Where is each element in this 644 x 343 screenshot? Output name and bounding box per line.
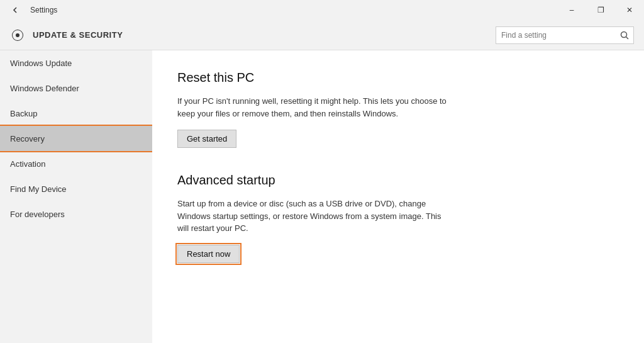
sidebar-item-activation[interactable]: Activation bbox=[0, 151, 152, 176]
restart-now-button[interactable]: Restart now bbox=[177, 245, 240, 263]
sidebar-item-for-developers[interactable]: For developers bbox=[0, 201, 152, 227]
title-bar: Settings – ❐ ✕ bbox=[0, 0, 644, 20]
settings-icon bbox=[10, 28, 25, 43]
page-title: UPDATE & SECURITY bbox=[33, 30, 123, 40]
svg-point-0 bbox=[621, 31, 627, 37]
sidebar-item-windows-defender[interactable]: Windows Defender bbox=[0, 76, 152, 101]
sidebar: Windows UpdateWindows DefenderBackupReco… bbox=[0, 50, 152, 343]
sidebar-item-backup[interactable]: Backup bbox=[0, 101, 152, 126]
close-button[interactable]: ✕ bbox=[615, 0, 644, 20]
search-icon bbox=[616, 26, 633, 44]
restore-button[interactable]: ❐ bbox=[586, 0, 615, 20]
reset-description: If your PC isn't running well, resetting… bbox=[177, 95, 454, 120]
header-bar: UPDATE & SECURITY bbox=[0, 20, 644, 50]
advanced-title: Advanced startup bbox=[177, 173, 619, 188]
reset-section: Reset this PC If your PC isn't running w… bbox=[177, 70, 619, 148]
sidebar-item-find-my-device[interactable]: Find My Device bbox=[0, 176, 152, 201]
content-area: Reset this PC If your PC isn't running w… bbox=[152, 50, 644, 343]
minimize-button[interactable]: – bbox=[557, 0, 586, 20]
main-layout: Windows UpdateWindows DefenderBackupReco… bbox=[0, 50, 644, 343]
reset-title: Reset this PC bbox=[177, 70, 619, 85]
svg-line-1 bbox=[626, 37, 629, 39]
search-input[interactable] bbox=[496, 31, 616, 40]
advanced-description: Start up from a device or disc (such as … bbox=[177, 198, 454, 235]
advanced-section: Advanced startup Start up from a device … bbox=[177, 173, 619, 263]
back-button[interactable] bbox=[5, 0, 25, 20]
window-controls: – ❐ ✕ bbox=[557, 0, 644, 20]
get-started-button[interactable]: Get started bbox=[177, 130, 236, 148]
sidebar-item-windows-update[interactable]: Windows Update bbox=[0, 50, 152, 76]
search-box[interactable] bbox=[496, 26, 634, 44]
window-title: Settings bbox=[30, 6, 57, 14]
sidebar-item-recovery[interactable]: Recovery bbox=[0, 126, 152, 151]
